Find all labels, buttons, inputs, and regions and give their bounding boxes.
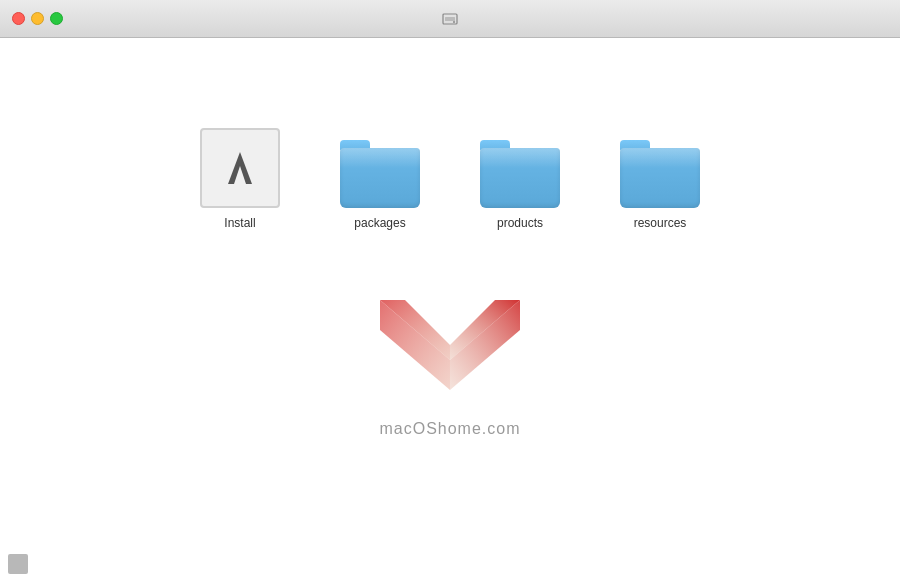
main-content: Install packages products resources (0, 38, 900, 582)
adobe-a-icon (214, 142, 266, 194)
file-label-packages: packages (354, 216, 405, 230)
gmail-m-logo (360, 280, 540, 410)
file-label-products: products (497, 216, 543, 230)
svg-marker-3 (228, 152, 252, 184)
watermark-label: macOShome.com (379, 420, 520, 438)
maximize-button[interactable] (50, 12, 63, 25)
folder-icon-products (480, 140, 560, 208)
file-item-install[interactable]: Install (200, 128, 280, 230)
folder-icon-packages (340, 140, 420, 208)
watermark-area: macOShome.com (360, 280, 540, 438)
close-button[interactable] (12, 12, 25, 25)
file-label-resources: resources (634, 216, 687, 230)
minimize-button[interactable] (31, 12, 44, 25)
file-item-packages[interactable]: packages (340, 140, 420, 230)
titlebar (0, 0, 900, 38)
traffic-lights (12, 12, 63, 25)
files-row: Install packages products resources (200, 128, 700, 230)
svg-rect-1 (445, 17, 455, 21)
file-item-products[interactable]: products (480, 140, 560, 230)
file-label-install: Install (224, 216, 255, 230)
disk-icon (441, 10, 459, 28)
bottom-left-icon (8, 554, 28, 574)
folder-icon-resources (620, 140, 700, 208)
svg-point-2 (453, 21, 455, 23)
file-item-resources[interactable]: resources (620, 140, 700, 230)
adobe-installer-icon (200, 128, 280, 208)
